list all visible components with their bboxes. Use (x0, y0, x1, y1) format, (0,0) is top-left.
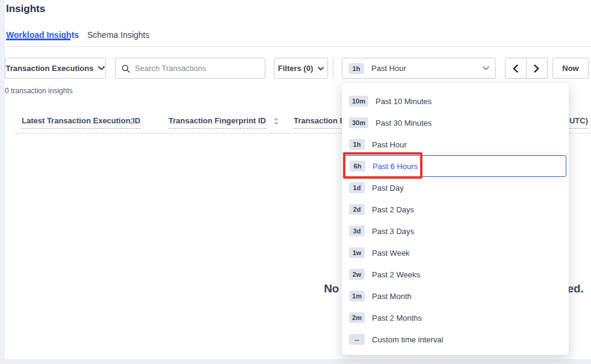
time-option-past-10-minutes[interactable]: 10m Past 10 Minutes (344, 90, 566, 112)
time-option-badge: -- (349, 334, 365, 345)
time-option-label: Past Hour (372, 140, 407, 149)
time-option-past-day[interactable]: 1d Past Day (344, 177, 566, 199)
time-interval-label: Past Hour (371, 64, 483, 73)
time-option-label: Custom time interval (372, 335, 443, 344)
time-option-badge: 2d (349, 204, 365, 215)
time-option-badge: 10m (349, 96, 368, 106)
content-panel: Insights Workload Insights Schema Insigh… (5, 0, 591, 359)
chevron-down-icon (98, 66, 105, 70)
toolbar-divider (333, 58, 333, 79)
time-option-badge: 2m (349, 312, 365, 323)
sort-icon[interactable] (274, 117, 279, 125)
column-latest-transaction-execution-id[interactable]: Latest Transaction Execution ID (22, 116, 140, 129)
filters-button-label: Filters (0) (278, 64, 314, 73)
tab-bar: Workload Insights Schema Insights (5, 28, 591, 47)
now-button-label: Now (562, 64, 578, 73)
time-option-badge: 3d (349, 226, 365, 236)
active-tab-underline (6, 39, 70, 40)
time-nav-arrows (505, 58, 548, 79)
time-interval-badge: 1h (348, 63, 364, 74)
previous-interval-button[interactable] (506, 58, 527, 78)
time-option-label: Past 2 Months (372, 313, 422, 322)
time-option-label: Past 30 Minutes (376, 119, 432, 128)
time-option-label: Past Week (372, 248, 410, 258)
now-button[interactable]: Now (552, 58, 589, 79)
workload-type-selector-label: Transaction Executions (6, 64, 94, 73)
time-option-past-3-days[interactable]: 3d Past 3 Days (344, 220, 566, 242)
workload-type-selector[interactable]: Transaction Executions (5, 58, 106, 79)
chevron-down-icon (318, 67, 324, 70)
search-input[interactable] (135, 64, 259, 73)
sort-icon[interactable] (129, 117, 134, 125)
time-option-badge: 1h (349, 139, 365, 150)
time-option-badge: 1d (349, 182, 365, 193)
time-option-badge: 1w (349, 247, 365, 258)
time-option-past-30-minutes[interactable]: 30m Past 30 Minutes (344, 112, 566, 134)
time-option-past-2-months[interactable]: 2m Past 2 Months (344, 307, 566, 329)
time-interval-dropdown: 10m Past 10 Minutes 30m Past 30 Minutes … (342, 83, 569, 355)
insights-count: 0 transaction insights (5, 87, 73, 95)
time-option-past-month[interactable]: 1m Past Month (344, 285, 566, 307)
time-interval-selector[interactable]: 1h Past Hour (342, 58, 496, 79)
search-box[interactable] (115, 58, 265, 79)
time-option-badge: 30m (349, 117, 368, 128)
time-option-label: Past 3 Days (372, 227, 414, 236)
filters-button[interactable]: Filters (0) (274, 58, 328, 79)
column-transaction-fingerprint-id[interactable]: Transaction Fingerprint ID (169, 116, 266, 129)
search-icon (122, 64, 130, 73)
red-annotation-box (343, 152, 422, 179)
time-option-label: Past 2 Weeks (372, 270, 420, 279)
chevron-right-icon (534, 64, 539, 73)
tab-workload-insights[interactable]: Workload Insights (6, 30, 79, 40)
time-option-label: Past Month (372, 292, 412, 301)
time-option-custom-interval[interactable]: -- Custom time interval (344, 329, 566, 350)
chevron-down-icon (483, 66, 489, 70)
time-option-badge: 1m (349, 291, 365, 301)
time-option-label: Past 2 Days (372, 205, 414, 214)
column-start-time-utc[interactable]: UTC) (569, 116, 588, 129)
time-option-label: Past Day (372, 184, 404, 193)
next-interval-button[interactable] (527, 58, 548, 78)
time-option-past-week[interactable]: 1w Past Week (344, 242, 566, 264)
time-option-past-2-days[interactable]: 2d Past 2 Days (344, 199, 566, 220)
page-title: Insights (6, 3, 45, 15)
tab-schema-insights[interactable]: Schema Insights (87, 30, 150, 40)
chevron-left-icon (513, 64, 518, 73)
time-option-badge: 2w (349, 269, 365, 280)
tab-schema-insights-label: Schema Insights (87, 30, 150, 40)
time-option-label: Past 10 Minutes (376, 97, 432, 106)
time-option-past-2-weeks[interactable]: 2w Past 2 Weeks (344, 264, 566, 285)
column-transaction-execution[interactable]: Transaction Ex (294, 116, 349, 129)
